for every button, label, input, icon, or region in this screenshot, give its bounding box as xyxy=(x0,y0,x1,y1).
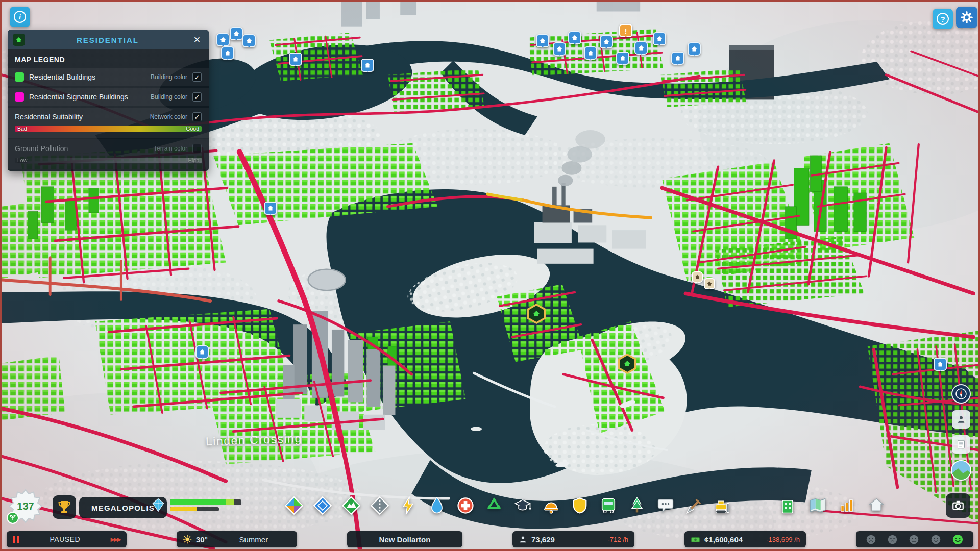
map-legend-panel: RESIDENTIAL × MAP LEGEND Residential Bui… xyxy=(8,30,209,171)
residential-swatch xyxy=(15,72,24,82)
main-toolbar xyxy=(283,494,734,517)
advisor-button[interactable] xyxy=(865,494,888,517)
close-icon[interactable]: × xyxy=(190,33,204,46)
simulation-speed-controls: PAUSED ▶▶▶ xyxy=(7,531,127,547)
electricity-button[interactable] xyxy=(397,494,420,517)
info-views-button[interactable] xyxy=(776,494,799,517)
legend-row-type: Network color xyxy=(150,113,187,120)
police-button[interactable] xyxy=(569,494,591,517)
house-marker-icon[interactable] xyxy=(289,53,302,66)
house-marker-icon[interactable] xyxy=(584,46,597,60)
info-button[interactable]: i xyxy=(10,7,30,27)
signature-swatch xyxy=(15,92,24,102)
house-marker-icon[interactable] xyxy=(634,41,648,55)
scale-min-label: Bad xyxy=(17,126,27,132)
roads-button[interactable] xyxy=(369,494,391,517)
snapshot-button[interactable] xyxy=(951,460,971,481)
legend-row-type: Terrain color xyxy=(154,145,187,152)
communications-button[interactable] xyxy=(654,494,677,517)
home-lot-marker-icon[interactable] xyxy=(692,271,703,283)
signature-checkbox[interactable] xyxy=(192,92,202,102)
map-tiles-icon xyxy=(807,496,827,515)
house-marker-icon[interactable] xyxy=(653,32,666,45)
statistics-button[interactable] xyxy=(836,494,858,517)
garbage-button[interactable] xyxy=(483,494,505,517)
xp-progress xyxy=(151,497,241,513)
status-bar: PAUSED ▶▶▶ 30° Summer New Dollarton 73,6… xyxy=(2,530,978,548)
house-marker-icon[interactable] xyxy=(195,345,209,359)
home-lot-marker-icon[interactable] xyxy=(704,278,715,289)
happiness-indicator xyxy=(856,531,973,547)
landscaping-button[interactable] xyxy=(683,494,705,517)
neutral-face-icon xyxy=(909,534,919,545)
parks-button[interactable] xyxy=(626,494,648,517)
house-marker-icon[interactable] xyxy=(671,52,684,65)
money-icon xyxy=(691,535,700,544)
compass-button[interactable] xyxy=(951,384,971,404)
fire-rescue-button[interactable] xyxy=(540,494,562,517)
pause-icon[interactable] xyxy=(13,536,19,543)
alert-marker-icon[interactable]: ! xyxy=(619,24,632,37)
house-marker-icon[interactable] xyxy=(568,31,581,44)
population-value: 73,629 xyxy=(531,535,555,544)
weather-widget: 30° Summer xyxy=(177,531,297,547)
house-marker-icon[interactable] xyxy=(600,35,613,48)
unhappy-face-icon xyxy=(887,534,898,545)
electricity-icon xyxy=(399,496,418,515)
house-marker-icon[interactable] xyxy=(553,42,566,56)
photo-mode-button[interactable] xyxy=(946,493,970,518)
house-marker-icon[interactable] xyxy=(264,202,277,215)
demolition-button[interactable] xyxy=(712,494,734,517)
help-button[interactable]: ? xyxy=(933,9,953,29)
house-marker-icon[interactable] xyxy=(616,52,629,65)
districts-button[interactable] xyxy=(311,494,334,517)
journal-icon xyxy=(955,439,967,450)
residential-zone-icon xyxy=(13,34,25,46)
compass-icon xyxy=(954,387,968,400)
suitability-checkbox[interactable] xyxy=(192,112,202,121)
house-marker-icon[interactable] xyxy=(216,33,230,46)
house-marker-icon[interactable] xyxy=(536,34,549,47)
zoning-icon xyxy=(284,496,304,515)
treasury-value: ¢1,600,604 xyxy=(704,535,743,544)
house-marker-icon[interactable] xyxy=(934,358,947,371)
police-icon xyxy=(570,496,590,515)
citizen-panel-button[interactable] xyxy=(952,410,970,429)
house-marker-icon[interactable] xyxy=(361,59,374,72)
journal-button[interactable] xyxy=(952,435,970,454)
demolition-icon xyxy=(713,496,732,515)
help-icon: ? xyxy=(937,13,949,25)
map-tiles-button[interactable] xyxy=(806,494,828,517)
terrain-button[interactable] xyxy=(340,494,362,517)
water-button[interactable] xyxy=(426,494,448,517)
treasury-widget: ¢1,600,604 -138,699 /h xyxy=(684,531,806,547)
house-marker-icon[interactable] xyxy=(221,46,234,60)
settings-button[interactable] xyxy=(956,7,977,28)
treasury-change: -138,699 /h xyxy=(766,536,800,543)
happy-face-icon xyxy=(930,534,941,545)
landscaping-icon xyxy=(684,496,704,515)
game-screen: Linden Crossing ! i ? RESIDENTIAL × MAP … xyxy=(0,0,980,551)
statistics-icon xyxy=(837,496,856,515)
xp-crystal-icon xyxy=(151,497,166,513)
districts-icon xyxy=(313,496,332,515)
healthcare-button[interactable] xyxy=(454,494,477,517)
fire-rescue-icon xyxy=(542,496,561,515)
house-marker-icon[interactable] xyxy=(242,34,256,47)
house-marker-icon[interactable] xyxy=(688,42,701,56)
divider xyxy=(212,535,212,544)
education-button[interactable] xyxy=(511,494,534,517)
residential-checkbox[interactable] xyxy=(192,72,202,82)
pollution-checkbox[interactable] xyxy=(192,144,202,153)
transportation-icon xyxy=(599,496,618,515)
speed-arrows-icon[interactable]: ▶▶▶ xyxy=(111,536,120,543)
transportation-button[interactable] xyxy=(597,494,620,517)
scale-max-label: Good xyxy=(186,126,199,132)
house-marker-icon[interactable] xyxy=(230,27,243,40)
reward-bar xyxy=(170,507,219,511)
milestone-badge[interactable]: 137 xyxy=(9,489,42,523)
legend-row-type: Building color xyxy=(151,93,187,101)
milestones-trophy-button[interactable] xyxy=(53,495,76,519)
angry-face-icon xyxy=(866,534,876,545)
zoning-button[interactable] xyxy=(283,494,305,517)
